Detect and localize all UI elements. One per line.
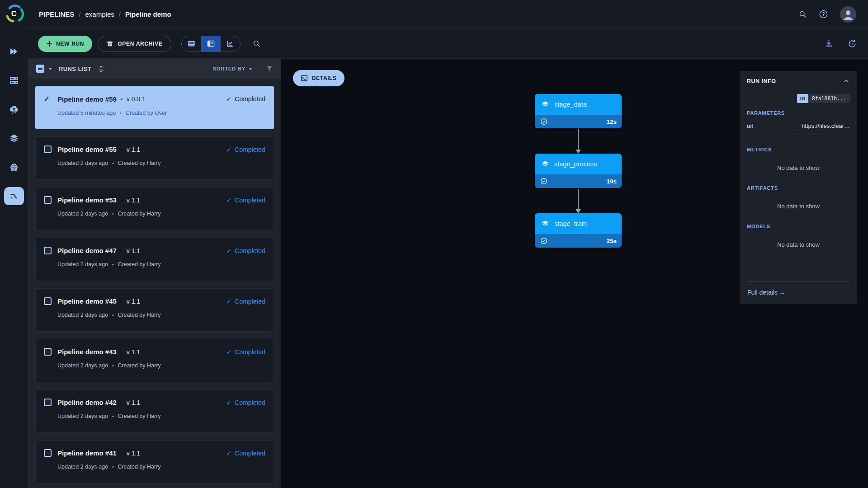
- sidebar: C: [0, 0, 28, 488]
- runs-list-header: RUNS LIST SORTED BY: [28, 59, 281, 79]
- run-list-item[interactable]: ✓ Pipeline demo #42 v 1.1 ✓ Completed Up…: [35, 389, 274, 433]
- sidebar-item-automation[interactable]: [4, 100, 24, 118]
- download-button[interactable]: [824, 39, 834, 48]
- run-checkbox[interactable]: [44, 145, 52, 153]
- run-list-item[interactable]: ✓ Pipeline demo #41 v 1.1 ✓ Completed Up…: [35, 440, 274, 483]
- run-checkbox[interactable]: [44, 297, 52, 305]
- pipeline-node[interactable]: stage_process 19s: [535, 154, 622, 188]
- auto-refresh-button[interactable]: [847, 39, 857, 49]
- terminal-icon: [301, 75, 308, 82]
- run-checkbox[interactable]: [44, 348, 52, 356]
- sorted-by-caret-icon: [249, 68, 252, 70]
- select-all-checkbox[interactable]: [36, 65, 44, 73]
- separator-dot: [121, 349, 123, 355]
- run-title: Pipeline demo #45: [57, 297, 117, 305]
- collapse-panel-button[interactable]: [843, 78, 850, 85]
- breadcrumb-pipelines[interactable]: PIPELINES: [39, 10, 85, 18]
- models-label: MODELS: [747, 224, 850, 229]
- view-toggle: [181, 36, 241, 52]
- run-checkbox[interactable]: [44, 399, 52, 406]
- metrics-empty-text: No data to show: [747, 164, 850, 171]
- separator-dot: [112, 414, 114, 419]
- completed-check-icon: ✓: [226, 450, 232, 457]
- run-creator-text: Created by Harry: [118, 160, 160, 166]
- run-status-label: Completed: [235, 450, 265, 457]
- new-run-button[interactable]: NEW RUN: [38, 36, 92, 52]
- parameters-rows: url https://files.clear…: [747, 116, 850, 135]
- parameter-value: https://files.clear…: [802, 122, 850, 129]
- run-checkbox[interactable]: [44, 196, 52, 204]
- table-view-button[interactable]: [182, 36, 201, 52]
- pipeline-node[interactable]: stage_train 25s: [535, 213, 622, 248]
- run-version: v 1.1: [127, 399, 140, 406]
- run-version: v 1.1: [127, 450, 140, 457]
- run-status-label: Completed: [235, 197, 265, 204]
- select-dropdown-caret-icon[interactable]: [48, 68, 52, 70]
- run-title: Pipeline demo #41: [57, 449, 117, 457]
- separator-dot: [112, 313, 114, 318]
- sidebar-item-projects[interactable]: [4, 42, 24, 61]
- auto-refresh-icon: [847, 39, 857, 49]
- parameter-row[interactable]: url https://files.clear…: [747, 122, 850, 135]
- help-button[interactable]: ?: [819, 9, 828, 19]
- sidebar-item-datasets[interactable]: [4, 129, 24, 147]
- runs-list-title: RUNS LIST: [59, 66, 91, 72]
- table-view-icon: [187, 39, 196, 48]
- run-creator-text: Created by Harry: [118, 312, 160, 318]
- sorted-by-dropdown[interactable]: SORTED BY: [213, 66, 253, 71]
- chart-view-button[interactable]: [221, 36, 240, 52]
- run-list-item[interactable]: ✓ Pipeline demo #53 v 1.1 ✓ Completed Up…: [35, 187, 274, 230]
- run-list-item[interactable]: ✓ Pipeline demo #43 v 1.1 ✓ Completed Up…: [35, 339, 274, 382]
- details-button[interactable]: DETAILS: [293, 70, 344, 86]
- completed-check-icon: ✓: [226, 399, 232, 406]
- run-list-item[interactable]: ✓ Pipeline demo #55 v 1.1 ✓ Completed Up…: [35, 136, 274, 180]
- separator-dot: [121, 96, 123, 102]
- run-list-item[interactable]: ✓ Pipeline demo #47 v 1.1 ✓ Completed Up…: [35, 238, 274, 281]
- run-title: Pipeline demo #42: [57, 399, 117, 406]
- search-icon: [798, 10, 807, 19]
- run-id-chip[interactable]: ID 8fa1081b...: [747, 94, 850, 103]
- runs-search-button[interactable]: [252, 39, 261, 48]
- search-icon: [252, 39, 261, 48]
- toolbar: NEW RUN OPEN ARCHIVE: [28, 29, 868, 59]
- open-archive-button[interactable]: OPEN ARCHIVE: [98, 36, 171, 52]
- parameters-label: PARAMETERS: [747, 110, 850, 116]
- sidebar-item-pipelines[interactable]: [4, 187, 24, 205]
- run-version: v 1.1: [127, 298, 140, 305]
- new-run-label: NEW RUN: [56, 41, 84, 47]
- sidebar-item-workers[interactable]: [4, 71, 24, 89]
- pipeline-canvas[interactable]: DETAILS stage_data 12s stage_process 19s: [281, 59, 868, 488]
- breadcrumb-examples[interactable]: examples: [85, 10, 125, 18]
- split-view-button[interactable]: [201, 36, 221, 52]
- separator-dot: [112, 465, 114, 469]
- pipeline-node[interactable]: stage_data 12s: [535, 94, 622, 128]
- clearml-logo-icon[interactable]: C: [3, 3, 25, 24]
- filter-button[interactable]: [266, 65, 273, 72]
- user-avatar[interactable]: [840, 6, 856, 23]
- completed-check-icon: ✓: [226, 348, 232, 356]
- run-list-item[interactable]: ✓ Pipeline demo #59 v 0.0.1 ✓ Completed …: [35, 86, 274, 129]
- run-list-item[interactable]: ✓ Pipeline demo #45 v 1.1 ✓ Completed Up…: [35, 288, 274, 332]
- run-updated-text: Updated 5 minutes ago: [57, 110, 116, 116]
- full-details-link[interactable]: Full details →: [747, 289, 786, 296]
- download-icon: [824, 39, 834, 48]
- split-view-icon: [207, 39, 215, 48]
- pipelines-icon: [9, 191, 19, 202]
- models-empty-text: No data to show: [747, 241, 850, 248]
- run-creator-text: Created by Harry: [118, 211, 160, 217]
- breadcrumb: PIPELINES examples Pipeline demo: [39, 10, 171, 18]
- run-status-badge: ✓ Completed: [226, 348, 265, 356]
- run-checkbox[interactable]: [44, 247, 52, 254]
- run-creator-text: Created by Harry: [118, 413, 160, 419]
- run-updated-text: Updated 2 days ago: [57, 160, 108, 166]
- run-info-title: RUN INFO: [747, 78, 776, 84]
- customize-columns-button[interactable]: [97, 65, 105, 73]
- run-status-label: Completed: [235, 95, 265, 103]
- run-title: Pipeline demo #43: [57, 348, 117, 356]
- separator-dot: [112, 363, 114, 368]
- separator-dot: [121, 400, 123, 405]
- search-button[interactable]: [798, 10, 807, 19]
- run-checkbox[interactable]: [44, 449, 52, 457]
- chevron-up-icon: [843, 78, 850, 85]
- sidebar-item-models[interactable]: [4, 158, 24, 176]
